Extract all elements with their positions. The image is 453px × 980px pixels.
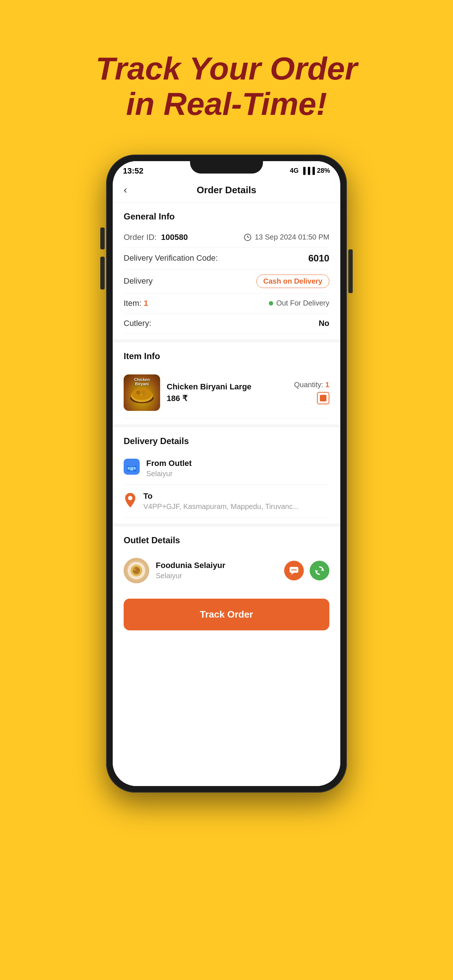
item-price: 186 ₹ [167, 394, 287, 403]
item-image: ChickenBiryani [124, 374, 160, 411]
item-count-row: Item: 1 Out For Delivery [124, 293, 329, 313]
order-id-row: Order ID: 100580 13 Sep 2024 01:50 PM [124, 228, 329, 248]
hero-title: Track Your Order in Real-Time! [74, 51, 379, 122]
chat-button[interactable] [284, 561, 304, 581]
clock-icon [244, 233, 252, 241]
network-icon: 4G [290, 167, 299, 175]
svg-point-15 [128, 496, 132, 500]
refresh-button[interactable] [309, 561, 329, 581]
phone-notch [190, 161, 263, 173]
cutlery-value: No [319, 319, 329, 328]
item-card: ChickenBiryani Chicken Biryani Large 186… [124, 367, 329, 418]
svg-point-18 [133, 567, 140, 574]
battery-icon: 28% [317, 167, 330, 175]
svg-point-23 [292, 569, 293, 571]
outlet-avatar [124, 558, 149, 583]
phone-mockup: 13:52 4G ▐▐▐ 28% ‹ Order Details General… [106, 154, 347, 792]
delivery-status: Out For Delivery [269, 299, 329, 307]
to-address-value: V4PP+GJF, Kasmapuram, Mappedu, Tiruvanc.… [144, 503, 329, 511]
svg-point-24 [293, 569, 295, 571]
item-name: Chicken Biryani Large [167, 382, 287, 391]
status-time: 13:52 [123, 166, 144, 176]
app-header: ‹ Order Details [113, 178, 340, 203]
signal-icon: ▐▐▐ [301, 167, 315, 175]
svg-marker-22 [291, 573, 294, 575]
track-order-button[interactable]: Track Order [124, 599, 329, 630]
status-icons: 4G ▐▐▐ 28% [290, 167, 330, 175]
outlet-row: Foodunia Selaiyur Selaiyur [124, 551, 329, 590]
outlet-details-title: Outlet Details [124, 535, 329, 546]
general-info-section: General Info Order ID: 100580 [113, 203, 340, 334]
outlet-avatar-svg [127, 562, 145, 580]
volume-up-button [100, 228, 105, 250]
item-qty-label: Quantity: 1 [294, 380, 329, 389]
item-info-section: Item Info [113, 342, 340, 418]
to-address-text: To V4PP+GJF, Kasmapuram, Mappedu, Tiruva… [144, 492, 329, 511]
chat-bubble-icon [289, 565, 299, 576]
item-action-icon[interactable] [317, 392, 329, 404]
biryani-label-text: ChickenBiryani [124, 377, 160, 386]
delivery-type-row: Delivery Cash on Delivery [124, 269, 329, 293]
outlet-name: Foodunia Selaiyur [156, 561, 278, 570]
delivery-label: Delivery [124, 276, 152, 286]
delivery-details-title: Delivery Details [124, 436, 329, 446]
order-id-label: Order ID: [124, 232, 156, 242]
svg-rect-14 [134, 467, 136, 469]
outlet-details-section: Outlet Details [113, 527, 340, 590]
screen-content: General Info Order ID: 100580 [113, 203, 340, 786]
outlet-info: Foodunia Selaiyur Selaiyur [156, 561, 278, 580]
refresh-icon [314, 565, 325, 576]
svg-rect-11 [128, 463, 135, 466]
svg-point-20 [137, 571, 139, 573]
svg-point-9 [136, 390, 147, 396]
item-label: Item: 1 [124, 299, 148, 308]
item-info-title: Item Info [124, 351, 329, 361]
order-id-value: 100580 [161, 232, 187, 242]
back-button[interactable]: ‹ [124, 184, 127, 196]
cutlery-label: Cutlery: [124, 319, 152, 328]
order-date: 13 Sep 2024 01:50 PM [244, 233, 329, 241]
outlet-location: Selaiyur [156, 572, 278, 580]
svg-point-25 [295, 569, 297, 571]
item-quantity-col: Quantity: 1 [294, 380, 329, 404]
volume-down-button [100, 257, 105, 290]
section-divider-3 [113, 523, 340, 527]
cutlery-row: Cutlery: No [124, 313, 329, 334]
track-order-wrap: Track Order [113, 590, 340, 639]
svg-rect-13 [128, 467, 130, 469]
store-icon [124, 459, 140, 475]
from-outlet-row: From Outlet Selaiyur [124, 452, 329, 485]
screen-title: Order Details [196, 185, 256, 196]
power-button [348, 250, 353, 293]
store-svg-icon [126, 462, 137, 471]
svg-rect-12 [130, 467, 133, 471]
general-info-title: General Info [124, 212, 329, 222]
item-details: Chicken Biryani Large 186 ₹ [167, 382, 287, 403]
outlet-actions [284, 561, 329, 581]
section-divider-2 [113, 425, 340, 427]
from-outlet-text: From Outlet Selaiyur [146, 459, 329, 478]
to-address-row: To V4PP+GJF, Kasmapuram, Mappedu, Tiruva… [124, 485, 329, 518]
location-pin-icon [124, 492, 137, 508]
verification-label: Delivery Verification Code: [124, 253, 218, 263]
from-outlet-label: From Outlet [146, 459, 329, 468]
verification-value: 6010 [308, 253, 329, 264]
section-divider-1 [113, 339, 340, 342]
delivery-details-section: Delivery Details [113, 427, 340, 518]
status-dot [269, 301, 273, 305]
item-count-value: 1 [144, 299, 148, 308]
cod-badge: Cash on Delivery [257, 275, 329, 288]
from-outlet-value: Selaiyur [146, 469, 329, 478]
verification-code-row: Delivery Verification Code: 6010 [124, 248, 329, 269]
to-address-label: To [144, 492, 329, 501]
svg-point-19 [133, 568, 136, 571]
